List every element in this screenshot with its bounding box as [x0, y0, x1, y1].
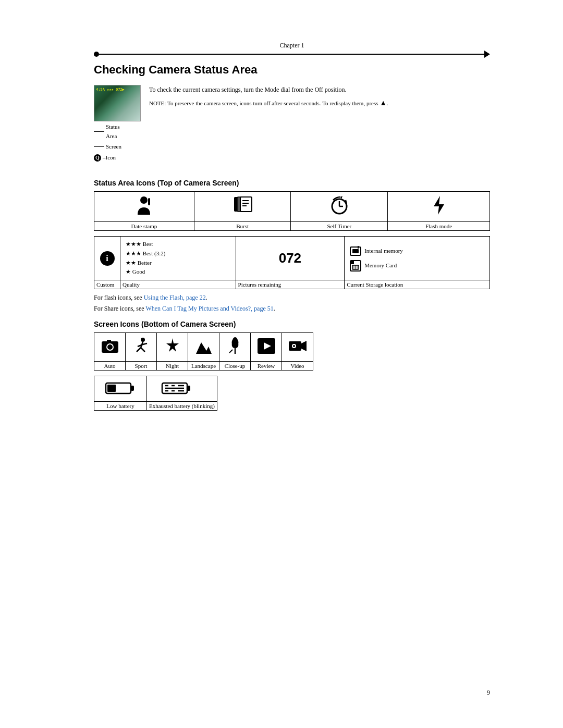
svg-line-29 [141, 348, 145, 352]
quality-labels-row: Custom Quality Pictures remaining Curren… [94, 280, 490, 289]
storage-location-label: Current Storage location [345, 280, 490, 289]
sport-label: Sport [126, 362, 157, 371]
share-link[interactable]: When Can I Tag My Pictures and Videos?, … [145, 305, 273, 312]
svg-rect-7 [242, 205, 247, 206]
battery-icons-row [94, 376, 217, 402]
night-icon-cell [157, 333, 188, 362]
memory-card-icon [350, 260, 361, 272]
svg-rect-1 [148, 198, 150, 205]
info-icon-cell: i [94, 237, 120, 280]
memory-card-label: Memory Card [364, 261, 397, 271]
page-title: Checking Camera Status Area [94, 63, 490, 77]
svg-rect-46 [131, 386, 134, 391]
self-timer-label: Self Timer [291, 222, 388, 231]
chapter-header: Chapter 1 [94, 42, 490, 58]
svg-point-44 [293, 345, 295, 347]
quality-label: Quality [120, 280, 236, 289]
picture-count: 072 [240, 250, 340, 266]
storage-icons: Internal memory Memory Card [350, 245, 484, 272]
review-label: Review [251, 362, 282, 371]
quality-table: i ★★★ Best ★★★ Best (3:2) ★★ Better ★ Go… [94, 236, 490, 289]
low-battery-label: Low battery [94, 402, 147, 411]
svg-line-31 [143, 343, 147, 344]
svg-rect-49 [187, 386, 190, 391]
date-stamp-icon [99, 195, 190, 218]
svg-point-37 [232, 337, 238, 346]
closeup-icon [225, 336, 245, 356]
auto-label: Auto [94, 362, 126, 371]
self-timer-icon-cell [291, 192, 388, 222]
camera-screen: 4:5A ★★★ 072▶ [94, 85, 141, 121]
video-icon-cell [282, 333, 313, 362]
count-cell: 072 [236, 237, 345, 280]
exhausted-battery-icon [161, 380, 203, 396]
svg-marker-12 [434, 196, 444, 215]
status-icons-table: Date stamp Burst Self Timer Flash mode [94, 191, 490, 231]
closeup-icon-cell [219, 333, 251, 362]
exhausted-battery-label: Exhausted battery (blinking) [147, 402, 217, 411]
intro-description: To check the current camera settings, tu… [149, 85, 388, 108]
flash-mode-icon [392, 195, 485, 218]
svg-point-26 [141, 338, 145, 342]
custom-label: Custom [94, 280, 120, 289]
burst-icon [199, 195, 287, 218]
night-label: Night [157, 362, 188, 371]
sport-icon [131, 336, 151, 356]
quality-stars: ★★★ Best ★★★ Best (3:2) ★★ Better ★ Good [126, 240, 230, 276]
svg-rect-14 [352, 249, 359, 253]
review-icon [256, 336, 276, 356]
landscape-icon [194, 336, 214, 356]
video-label: Video [282, 362, 313, 371]
flash-mode-icon-cell [388, 192, 490, 222]
screen-icons-row [94, 333, 313, 362]
date-stamp-label: Date stamp [94, 222, 194, 231]
svg-point-0 [140, 196, 148, 204]
svg-line-28 [137, 348, 141, 352]
night-icon [163, 336, 182, 356]
internal-memory-icon [350, 245, 361, 257]
quality-stars-cell: ★★★ Best ★★★ Best (3:2) ★★ Better ★ Good [120, 237, 236, 280]
camera-screen-labels: StatusArea Screen Q –Icon [94, 122, 141, 162]
rule-dot [94, 52, 99, 57]
svg-marker-42 [301, 341, 307, 351]
share-note: For Share icons, see When Can I Tag My P… [94, 304, 490, 313]
flash-note: For flash icons, see Using the Flash, pa… [94, 293, 490, 302]
battery-labels-row: Low battery Exhausted battery (blinking) [94, 402, 217, 411]
svg-rect-47 [107, 385, 116, 392]
svg-rect-6 [242, 203, 249, 204]
intro-section: 4:5A ★★★ 072▶ StatusArea Screen Q –Icon [94, 85, 490, 169]
internal-memory-label: Internal memory [364, 246, 403, 256]
self-timer-icon [295, 195, 383, 218]
camera-preview: 4:5A ★★★ 072▶ StatusArea Screen Q –Icon [94, 85, 141, 162]
pictures-remaining-label: Pictures remaining [236, 280, 345, 289]
landscape-label: Landscape [188, 362, 219, 371]
section2-title: Screen Icons (Bottom of Camera Screen) [94, 320, 490, 328]
date-stamp-icon-cell [94, 192, 194, 222]
burst-icon-cell [194, 192, 291, 222]
review-icon-cell [251, 333, 282, 362]
svg-line-38 [229, 350, 232, 353]
svg-marker-33 [196, 342, 212, 354]
battery-table: Low battery Exhausted battery (blinking) [94, 376, 217, 411]
low-battery-icon [105, 380, 136, 396]
chapter-label: Chapter 1 [94, 42, 490, 50]
landscape-icon-cell [188, 333, 219, 362]
video-icon [288, 336, 308, 356]
screen-icons-table: Auto Sport Night Landscape Close-up Revi… [94, 332, 313, 371]
icons-row [94, 192, 490, 222]
svg-rect-5 [242, 200, 249, 201]
flash-mode-label: Flash mode [388, 222, 490, 231]
svg-marker-32 [166, 338, 179, 352]
auto-icon [100, 336, 120, 356]
intro-area: 4:5A ★★★ 072▶ StatusArea Screen Q –Icon [94, 85, 388, 162]
svg-marker-17 [350, 261, 354, 264]
sport-icon-cell [126, 333, 157, 362]
icons-labels-row: Date stamp Burst Self Timer Flash mode [94, 222, 490, 231]
rule-arrow [484, 51, 490, 58]
info-icon: i [100, 251, 115, 266]
section1-title: Status Area Icons (Top of Camera Screen) [94, 179, 490, 187]
page: Chapter 1 Checking Camera Status Area 4:… [0, 0, 563, 728]
quality-row: i ★★★ Best ★★★ Best (3:2) ★★ Better ★ Go… [94, 237, 490, 280]
rule-line [99, 54, 484, 55]
flash-link[interactable]: Using the Flash, page 22 [144, 294, 206, 301]
